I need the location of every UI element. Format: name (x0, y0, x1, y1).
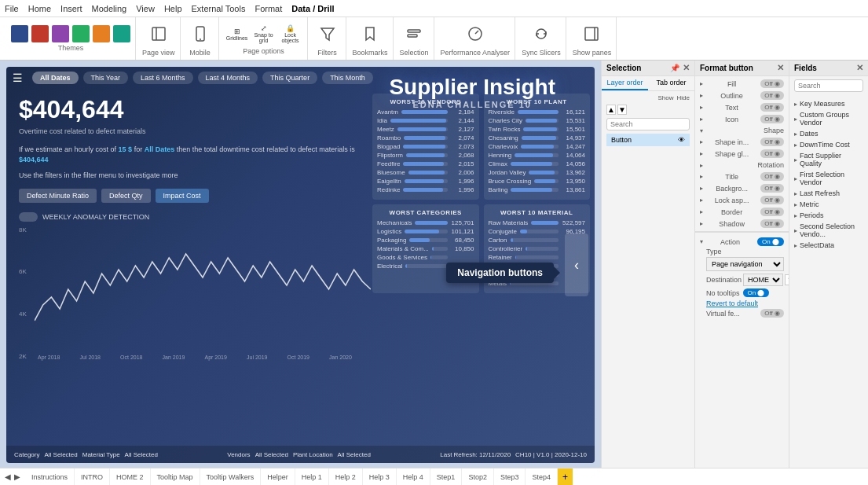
bottom-tab-help-4[interactable]: Help 4 (397, 468, 430, 485)
field-group-item[interactable]: ▸ First Selection Vendor (789, 169, 868, 188)
bottom-tab-intro[interactable]: INTRO (75, 468, 110, 485)
field-group-item[interactable]: ▸ Metric (789, 199, 868, 210)
snap-to-grid-btn[interactable]: ⤢Snap to grid (252, 22, 276, 46)
nav-arrow[interactable]: ‹ (565, 233, 588, 296)
bottom-tab-tooltip-walkers[interactable]: Tooltip Walkers (200, 468, 262, 485)
shadow-chevron[interactable]: ▸ (700, 220, 703, 227)
field-group-item[interactable]: ▸ Fact Supplier Quality (789, 150, 868, 169)
text-chevron[interactable]: ▸ (700, 104, 703, 111)
tab-layer-order[interactable]: Layer order (602, 76, 648, 90)
page-view-btn[interactable] (145, 20, 172, 47)
theme4-btn[interactable] (72, 25, 90, 42)
performance-btn[interactable] (462, 20, 489, 47)
fields-search[interactable] (794, 79, 863, 92)
layer-item-button[interactable]: Button 👁 (606, 134, 690, 146)
action-on-toggle[interactable]: On ⬤ (757, 237, 784, 246)
bottom-tab-tooltip-map[interactable]: Tooltip Map (151, 468, 200, 485)
mobile-btn[interactable] (187, 20, 214, 47)
shapein-toggle[interactable]: Off ◉ (760, 138, 784, 146)
selection-btn[interactable] (401, 20, 427, 47)
lockasp-toggle[interactable]: Off ◉ (760, 196, 784, 204)
no-tooltips-toggle[interactable]: On ⬤ (743, 288, 770, 297)
field-group-item[interactable]: ▸ DownTime Cost (789, 139, 868, 150)
menu-view[interactable]: View (136, 4, 155, 13)
border-chevron[interactable]: ▸ (700, 208, 703, 215)
bottom-tab-step3[interactable]: Step3 (494, 468, 526, 485)
field-group-item[interactable]: ▸ Last Refresh (789, 188, 868, 199)
bottom-tab-step1[interactable]: Step1 (430, 468, 463, 485)
filter-this-quarter[interactable]: This Quarter (262, 72, 317, 84)
field-group-item[interactable]: ▸ Dates (789, 128, 868, 139)
bottom-tab-help-3[interactable]: Help 3 (363, 468, 397, 485)
bottom-tab-stop2[interactable]: Stop2 (462, 468, 494, 485)
filter-last-6months[interactable]: Last 6 Months (133, 72, 193, 84)
title-toggle[interactable]: Off ◉ (760, 172, 784, 181)
theme3-btn[interactable] (52, 25, 69, 42)
menu-data-drill[interactable]: Data / Drill (291, 4, 334, 13)
dest-select[interactable]: HOME (743, 274, 783, 286)
theme2-btn[interactable] (31, 25, 49, 42)
border-toggle[interactable]: Off ◉ (760, 208, 784, 216)
menu-file[interactable]: File (5, 4, 19, 13)
fill-chevron[interactable]: ▸ (700, 80, 703, 87)
shape-chevron[interactable]: ▾ (700, 127, 703, 134)
revert-link[interactable]: Revert to default (706, 299, 758, 307)
icon-toggle[interactable]: Off ◉ (760, 115, 784, 123)
title-chevron[interactable]: ▸ (700, 173, 703, 180)
add-tab-btn[interactable]: + (558, 468, 573, 485)
field-group-item[interactable]: ▸ SelectData (789, 240, 868, 251)
outline-toggle[interactable]: Off ◉ (760, 91, 784, 100)
menu-help[interactable]: Help (164, 4, 182, 13)
filters-btn[interactable] (314, 20, 341, 47)
shapegl-toggle[interactable]: Off ◉ (760, 149, 784, 158)
field-group-item[interactable]: ▸ Custom Groups Vendor (789, 109, 868, 128)
filter-this-year[interactable]: This Year (83, 72, 129, 84)
bookmarks-btn[interactable] (357, 20, 383, 47)
shapein-chevron[interactable]: ▸ (700, 138, 703, 145)
fill-toggle[interactable]: Off ◉ (760, 79, 784, 88)
impact-cost-btn[interactable]: Impact Cost (156, 189, 209, 203)
show-btn[interactable]: Show (658, 94, 674, 101)
field-group-item[interactable]: ▸ Second Selection Vendo... (789, 221, 868, 240)
outline-chevron[interactable]: ▸ (700, 92, 703, 99)
anomaly-switch[interactable] (19, 212, 38, 222)
shadow-toggle[interactable]: Off ◉ (760, 219, 784, 228)
field-group-item[interactable]: ▸ Periods (789, 210, 868, 221)
layer-visibility-icon[interactable]: 👁 (678, 136, 685, 144)
field-group-item[interactable]: ▸ Key Measures (789, 98, 868, 109)
hamburger-menu[interactable]: ☰ (13, 72, 23, 84)
menu-external-tools[interactable]: External Tools (192, 4, 246, 13)
bottom-tab-home-2[interactable]: HOME 2 (110, 468, 151, 485)
action-chevron[interactable]: ▾ (700, 238, 703, 245)
theme6-btn[interactable] (113, 25, 130, 42)
bottom-tab-step4[interactable]: Step4 (526, 468, 558, 485)
tab-prev-btn[interactable]: ◀ (3, 472, 13, 481)
bottom-tab-help-2[interactable]: Help 2 (329, 468, 363, 485)
lock-objects-btn[interactable]: 🔒Lock objects (279, 22, 302, 46)
tab-next-btn[interactable]: ▶ (13, 472, 22, 481)
defect-minute-ratio-btn[interactable]: Defect Minute Ratio (19, 189, 97, 203)
virtual-fe-toggle[interactable]: Off ◉ (760, 309, 784, 318)
fields-close-btn[interactable]: ✕ (856, 63, 863, 73)
selection-search[interactable] (606, 118, 690, 130)
hide-btn[interactable]: Hide (677, 94, 690, 101)
bottom-tab-instructions[interactable]: Instructions (25, 468, 75, 485)
text-toggle[interactable]: Off ◉ (760, 103, 784, 112)
defect-qty-btn[interactable]: Defect Qty (101, 189, 151, 203)
bottom-tab-helper[interactable]: Helper (261, 468, 295, 485)
filter-last-4months[interactable]: Last 4 Months (198, 72, 258, 84)
layer-up-btn[interactable]: ▲ (606, 105, 616, 115)
lockasp-chevron[interactable]: ▸ (700, 197, 703, 204)
shapegl-chevron[interactable]: ▸ (700, 150, 703, 157)
tab-tab-order[interactable]: Tab order (648, 76, 694, 90)
icon-chevron[interactable]: ▸ (700, 116, 703, 123)
gridlines-btn[interactable]: ⊞Gridlines (225, 22, 249, 46)
filter-this-month[interactable]: This Month (322, 72, 373, 84)
action-type-select[interactable]: Page navigation (706, 257, 784, 271)
filter-all-dates[interactable]: All Dates (32, 72, 79, 84)
showpanes-btn[interactable] (578, 20, 605, 47)
sync-btn[interactable] (528, 20, 555, 47)
bottom-tab-help-1[interactable]: Help 1 (295, 468, 329, 485)
menu-home[interactable]: Home (28, 4, 51, 13)
selection-close-btn[interactable]: ✕ (683, 63, 690, 73)
